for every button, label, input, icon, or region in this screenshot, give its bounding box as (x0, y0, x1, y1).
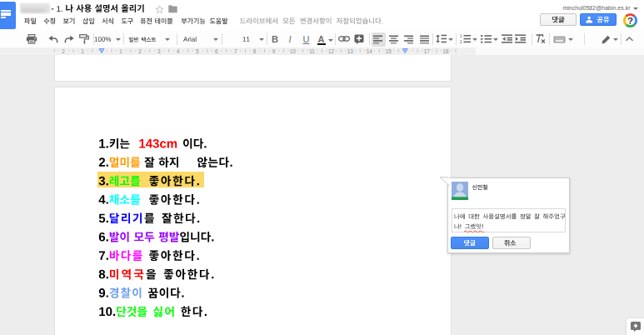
svg-text:15: 15 (386, 48, 392, 54)
svg-text:12: 12 (328, 48, 335, 54)
svg-text:7: 7 (234, 48, 237, 54)
svg-text:18: 18 (443, 48, 450, 54)
svg-text:1: 1 (119, 48, 122, 54)
svg-text:5: 5 (196, 48, 199, 54)
svg-text:2: 2 (138, 48, 142, 54)
svg-text:10: 10 (290, 48, 297, 54)
svg-text:?: ? (627, 16, 633, 26)
svg-text:14: 14 (367, 48, 373, 54)
svg-text:2: 2 (460, 40, 462, 43)
svg-text:17: 17 (424, 48, 431, 54)
svg-text:13: 13 (347, 48, 354, 54)
svg-text:4: 4 (177, 48, 180, 54)
svg-text:8: 8 (253, 48, 257, 54)
svg-text:2: 2 (62, 48, 65, 54)
svg-text:9: 9 (272, 48, 276, 54)
svg-text:3: 3 (157, 48, 161, 54)
svg-text:11: 11 (309, 48, 315, 54)
svg-text:6: 6 (215, 48, 218, 54)
svg-text:1: 1 (460, 34, 462, 38)
svg-text:1: 1 (81, 48, 84, 54)
